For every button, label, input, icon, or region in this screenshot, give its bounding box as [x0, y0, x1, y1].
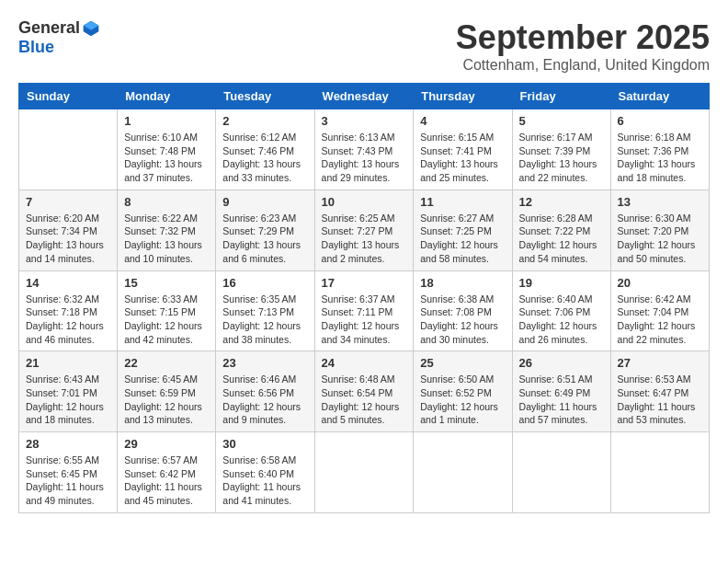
day-number: 24	[322, 356, 407, 370]
day-number: 14	[26, 276, 110, 290]
col-wednesday: Wednesday	[314, 84, 414, 109]
day-info: Sunrise: 6:43 AM Sunset: 7:01 PM Dayligh…	[26, 373, 110, 427]
table-row	[610, 432, 709, 513]
table-row: 26 Sunrise: 6:51 AM Sunset: 6:49 PM Dayl…	[512, 351, 610, 432]
sunset-text: Sunset: 7:11 PM	[322, 306, 393, 317]
day-info: Sunrise: 6:46 AM Sunset: 6:56 PM Dayligh…	[222, 373, 307, 427]
sunset-text: Sunset: 6:47 PM	[618, 387, 689, 398]
day-info: Sunrise: 6:53 AM Sunset: 6:47 PM Dayligh…	[618, 373, 702, 427]
daylight-text: Daylight: 11 hours and 53 minutes.	[618, 401, 696, 426]
day-number: 18	[420, 276, 505, 290]
sunset-text: Sunset: 6:45 PM	[26, 468, 97, 479]
calendar-week-row: 28 Sunrise: 6:55 AM Sunset: 6:45 PM Dayl…	[19, 432, 710, 513]
table-row: 28 Sunrise: 6:55 AM Sunset: 6:45 PM Dayl…	[19, 432, 118, 513]
sunset-text: Sunset: 7:18 PM	[26, 306, 97, 317]
sunset-text: Sunset: 7:08 PM	[420, 306, 492, 317]
table-row: 5 Sunrise: 6:17 AM Sunset: 7:39 PM Dayli…	[512, 109, 610, 190]
day-number: 13	[618, 195, 702, 209]
table-row: 10 Sunrise: 6:25 AM Sunset: 7:27 PM Dayl…	[314, 190, 414, 270]
day-number: 21	[26, 356, 110, 370]
table-row: 9 Sunrise: 6:23 AM Sunset: 7:29 PM Dayli…	[216, 190, 314, 270]
calendar-week-row: 21 Sunrise: 6:43 AM Sunset: 7:01 PM Dayl…	[19, 351, 710, 432]
daylight-text: Daylight: 12 hours and 22 minutes.	[618, 320, 696, 345]
day-info: Sunrise: 6:32 AM Sunset: 7:18 PM Dayligh…	[26, 293, 110, 347]
day-info: Sunrise: 6:57 AM Sunset: 6:42 PM Dayligh…	[124, 454, 209, 508]
table-row: 4 Sunrise: 6:15 AM Sunset: 7:41 PM Dayli…	[414, 109, 512, 190]
table-row: 14 Sunrise: 6:32 AM Sunset: 7:18 PM Dayl…	[19, 270, 118, 351]
sunrise-text: Sunrise: 6:13 AM	[322, 132, 395, 143]
daylight-text: Daylight: 13 hours and 6 minutes.	[222, 239, 301, 264]
table-row: 7 Sunrise: 6:20 AM Sunset: 7:34 PM Dayli…	[19, 190, 118, 270]
sunset-text: Sunset: 7:13 PM	[222, 306, 294, 317]
daylight-text: Daylight: 12 hours and 42 minutes.	[124, 320, 202, 345]
day-number: 15	[124, 276, 209, 290]
table-row: 11 Sunrise: 6:27 AM Sunset: 7:25 PM Dayl…	[414, 190, 512, 270]
sunrise-text: Sunrise: 6:58 AM	[222, 454, 296, 465]
day-number: 25	[420, 356, 505, 370]
calendar-week-row: 14 Sunrise: 6:32 AM Sunset: 7:18 PM Dayl…	[19, 270, 710, 351]
day-number: 3	[322, 114, 407, 128]
sunset-text: Sunset: 7:34 PM	[26, 225, 97, 236]
sunset-text: Sunset: 6:54 PM	[322, 387, 393, 398]
table-row	[414, 432, 512, 513]
sunrise-text: Sunrise: 6:57 AM	[124, 454, 198, 465]
sunset-text: Sunset: 7:29 PM	[222, 225, 294, 236]
day-number: 22	[124, 356, 209, 370]
col-sunday: Sunday	[19, 84, 118, 109]
day-info: Sunrise: 6:27 AM Sunset: 7:25 PM Dayligh…	[420, 212, 505, 266]
sunrise-text: Sunrise: 6:37 AM	[322, 293, 395, 304]
sunrise-text: Sunrise: 6:40 AM	[519, 293, 593, 304]
day-info: Sunrise: 6:38 AM Sunset: 7:08 PM Dayligh…	[420, 293, 505, 347]
sunset-text: Sunset: 7:36 PM	[618, 145, 689, 156]
table-row: 29 Sunrise: 6:57 AM Sunset: 6:42 PM Dayl…	[118, 432, 216, 513]
table-row: 13 Sunrise: 6:30 AM Sunset: 7:20 PM Dayl…	[610, 190, 709, 270]
table-row: 12 Sunrise: 6:28 AM Sunset: 7:22 PM Dayl…	[512, 190, 610, 270]
daylight-text: Daylight: 13 hours and 25 minutes.	[420, 158, 498, 183]
daylight-text: Daylight: 12 hours and 58 minutes.	[420, 239, 498, 264]
sunrise-text: Sunrise: 6:27 AM	[420, 213, 494, 224]
sunset-text: Sunset: 6:49 PM	[519, 387, 591, 398]
sunset-text: Sunset: 7:41 PM	[420, 145, 492, 156]
daylight-text: Daylight: 12 hours and 30 minutes.	[420, 320, 498, 345]
sunrise-text: Sunrise: 6:50 AM	[420, 373, 494, 385]
day-info: Sunrise: 6:42 AM Sunset: 7:04 PM Dayligh…	[618, 293, 702, 347]
sunrise-text: Sunrise: 6:38 AM	[420, 293, 494, 304]
day-info: Sunrise: 6:33 AM Sunset: 7:15 PM Dayligh…	[124, 293, 209, 347]
sunrise-text: Sunrise: 6:42 AM	[618, 293, 691, 304]
sunset-text: Sunset: 6:40 PM	[222, 468, 294, 479]
sunrise-text: Sunrise: 6:22 AM	[124, 213, 198, 224]
day-number: 27	[618, 356, 702, 370]
table-row: 18 Sunrise: 6:38 AM Sunset: 7:08 PM Dayl…	[414, 270, 512, 351]
calendar-week-row: 1 Sunrise: 6:10 AM Sunset: 7:48 PM Dayli…	[19, 109, 710, 190]
title-block: September 2025 Cottenham, England, Unite…	[456, 18, 710, 74]
day-number: 19	[519, 276, 604, 290]
daylight-text: Daylight: 13 hours and 10 minutes.	[124, 239, 202, 264]
table-row: 16 Sunrise: 6:35 AM Sunset: 7:13 PM Dayl…	[216, 270, 314, 351]
daylight-text: Daylight: 13 hours and 29 minutes.	[322, 158, 400, 183]
sunrise-text: Sunrise: 6:10 AM	[124, 132, 198, 143]
day-number: 9	[222, 195, 307, 209]
table-row: 17 Sunrise: 6:37 AM Sunset: 7:11 PM Dayl…	[314, 270, 414, 351]
day-info: Sunrise: 6:48 AM Sunset: 6:54 PM Dayligh…	[322, 373, 407, 427]
sunrise-text: Sunrise: 6:28 AM	[519, 213, 593, 224]
daylight-text: Daylight: 12 hours and 46 minutes.	[26, 320, 104, 345]
daylight-text: Daylight: 12 hours and 38 minutes.	[222, 320, 301, 345]
day-info: Sunrise: 6:58 AM Sunset: 6:40 PM Dayligh…	[222, 454, 307, 508]
sunset-text: Sunset: 7:43 PM	[322, 145, 393, 156]
sunset-text: Sunset: 7:20 PM	[618, 225, 689, 236]
table-row: 21 Sunrise: 6:43 AM Sunset: 7:01 PM Dayl…	[19, 351, 118, 432]
daylight-text: Daylight: 12 hours and 13 minutes.	[124, 401, 202, 426]
day-number: 2	[222, 114, 307, 128]
logo-general-text: General	[18, 18, 80, 38]
calendar-header-row: Sunday Monday Tuesday Wednesday Thursday…	[19, 84, 710, 109]
day-number: 28	[26, 437, 110, 451]
daylight-text: Daylight: 12 hours and 9 minutes.	[222, 401, 301, 426]
sunrise-text: Sunrise: 6:45 AM	[124, 373, 198, 385]
sunset-text: Sunset: 6:52 PM	[420, 387, 492, 398]
day-info: Sunrise: 6:45 AM Sunset: 6:59 PM Dayligh…	[124, 373, 209, 427]
sunrise-text: Sunrise: 6:12 AM	[222, 132, 296, 143]
day-number: 5	[519, 114, 604, 128]
day-number: 8	[124, 195, 209, 209]
day-number: 1	[124, 114, 209, 128]
day-info: Sunrise: 6:28 AM Sunset: 7:22 PM Dayligh…	[519, 212, 604, 266]
